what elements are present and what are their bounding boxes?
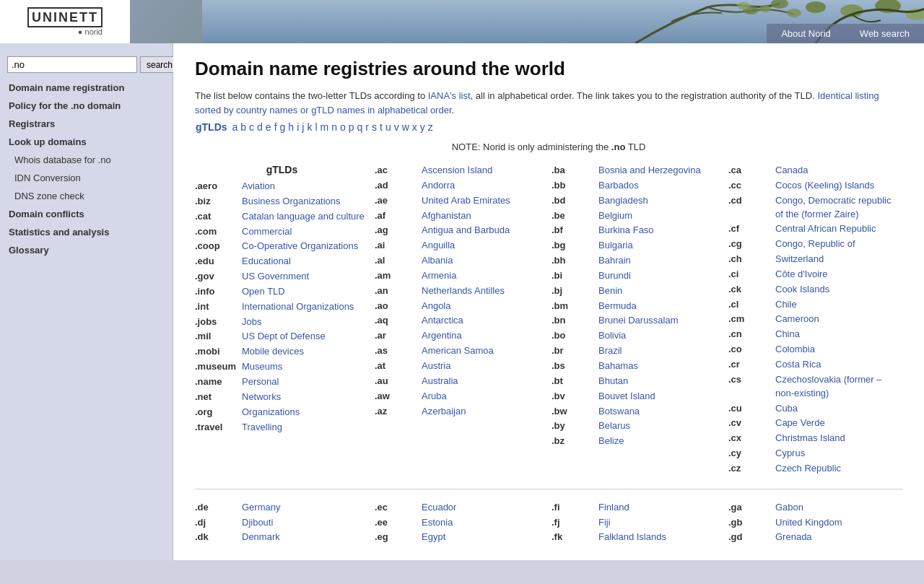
tld-name[interactable]: Personal: [242, 375, 279, 389]
tld-name[interactable]: Bermuda: [598, 300, 637, 313]
tld-name[interactable]: Congo, Democratic republic of the (forme…: [775, 194, 899, 222]
tld-name[interactable]: Bahamas: [598, 359, 638, 373]
tld-name[interactable]: Organizations: [242, 406, 300, 419]
alpha-letter-f[interactable]: f: [274, 121, 277, 133]
alpha-letter-c[interactable]: c: [249, 121, 254, 133]
tld-name[interactable]: Aruba: [422, 390, 447, 404]
tld-name[interactable]: Canada: [775, 164, 808, 178]
tld-name[interactable]: Belarus: [598, 419, 630, 433]
tld-name[interactable]: Bouvet Island: [598, 390, 655, 404]
tld-name[interactable]: US Government: [242, 270, 309, 284]
tld-name[interactable]: Bulgaria: [598, 239, 633, 253]
sidebar-item-dns[interactable]: DNS zone check: [0, 187, 173, 205]
tld-name[interactable]: Chile: [775, 298, 797, 312]
tld-name[interactable]: Belgium: [598, 209, 632, 223]
alpha-gtlds[interactable]: gTLDs: [196, 121, 227, 133]
tld-name[interactable]: United Kingdom: [775, 516, 842, 530]
tld-name[interactable]: Mobile devices: [242, 345, 304, 359]
tld-name[interactable]: Bangladesh: [598, 194, 648, 208]
tld-name[interactable]: Angola: [422, 300, 450, 313]
alpha-letter-v[interactable]: v: [394, 121, 399, 133]
tld-name[interactable]: Business Organizations: [242, 195, 341, 209]
alpha-letter-n[interactable]: n: [331, 121, 337, 133]
tld-name[interactable]: Czech Republic: [775, 462, 841, 476]
tld-name[interactable]: Belize: [598, 435, 624, 448]
tld-name[interactable]: Botswana: [598, 405, 640, 419]
alpha-letter-s[interactable]: s: [372, 121, 377, 133]
tld-name[interactable]: Christmas Island: [775, 432, 845, 445]
tld-name[interactable]: Cocos (Keeling) Islands: [775, 179, 874, 193]
alpha-letter-j[interactable]: j: [302, 121, 304, 133]
sidebar-item-whois[interactable]: Whois database for .no: [0, 151, 173, 169]
tld-name[interactable]: Estonia: [422, 516, 453, 530]
tld-name[interactable]: Gabon: [775, 501, 803, 515]
alpha-letter-e[interactable]: e: [266, 121, 271, 133]
tld-name[interactable]: Burkina Faso: [598, 224, 654, 237]
sidebar-item-conflicts[interactable]: Domain conflicts: [0, 205, 173, 223]
sidebar-item-policy[interactable]: Policy for the .no domain: [0, 97, 173, 115]
tld-name[interactable]: Cook Islands: [775, 283, 829, 297]
alpha-letter-p[interactable]: p: [349, 121, 354, 133]
alpha-letter-k[interactable]: k: [307, 121, 312, 133]
tld-name[interactable]: United Arab Emirates: [422, 194, 510, 208]
tld-name[interactable]: Benin: [598, 284, 622, 298]
tld-name[interactable]: US Dept of Defense: [242, 330, 326, 344]
alpha-letter-g[interactable]: g: [280, 121, 286, 133]
tld-name[interactable]: Bolivia: [598, 329, 626, 343]
tld-name[interactable]: Antarctica: [422, 314, 463, 328]
tld-name[interactable]: Argentina: [422, 329, 462, 343]
sidebar-item-idn[interactable]: IDN Conversion: [0, 169, 173, 187]
tld-name[interactable]: Falkland Islands: [598, 531, 666, 544]
tld-name[interactable]: Austria: [422, 359, 450, 373]
tld-name[interactable]: Côte d'Ivoire: [775, 268, 828, 282]
alpha-letter-b[interactable]: b: [240, 121, 246, 133]
tld-name[interactable]: Anguilla: [422, 239, 455, 253]
tld-name[interactable]: Bahrain: [598, 254, 631, 268]
tld-name[interactable]: Cyprus: [775, 447, 805, 461]
tld-name[interactable]: Barbados: [598, 179, 639, 193]
tld-name[interactable]: Bosnia and Herzegovina: [598, 164, 701, 178]
alpha-letter-y[interactable]: y: [420, 121, 425, 133]
alpha-letter-z[interactable]: z: [428, 121, 433, 133]
tld-name[interactable]: Brunei Darussalam: [598, 314, 679, 328]
sidebar-item-lookup[interactable]: Look up domains: [0, 133, 173, 151]
tld-name[interactable]: Djibouti: [242, 516, 273, 530]
alpha-letter-a[interactable]: a: [232, 121, 237, 133]
alpha-letter-w[interactable]: w: [402, 121, 409, 133]
tld-name[interactable]: Ecuador: [422, 501, 456, 515]
tld-name[interactable]: Netherlands Antilles: [422, 284, 505, 298]
tld-name[interactable]: Cameroon: [775, 313, 819, 326]
search-input[interactable]: [7, 56, 137, 73]
tld-name[interactable]: Grenada: [775, 531, 812, 544]
sidebar-item-glossary[interactable]: Glossary: [0, 241, 173, 259]
tld-name[interactable]: Catalan language and culture: [242, 210, 365, 224]
tld-name[interactable]: Azerbaijan: [422, 405, 466, 419]
alpha-letter-l[interactable]: l: [315, 121, 317, 133]
tld-name[interactable]: Afghanistan: [422, 209, 471, 223]
alpha-letter-d[interactable]: d: [257, 121, 263, 133]
tld-name[interactable]: Colombia: [775, 343, 815, 357]
tld-name[interactable]: Antigua and Barbuda: [422, 224, 510, 237]
tld-name[interactable]: Armenia: [422, 269, 456, 283]
tld-name[interactable]: Finland: [598, 501, 629, 515]
alpha-letter-r[interactable]: r: [365, 121, 369, 133]
tld-name[interactable]: American Samoa: [422, 344, 494, 358]
tld-name[interactable]: Bhutan: [598, 375, 628, 388]
tld-name[interactable]: Australia: [422, 375, 458, 388]
tld-name[interactable]: Commercial: [242, 225, 292, 239]
alpha-letter-o[interactable]: o: [340, 121, 346, 133]
tld-name[interactable]: Costa Rica: [775, 358, 821, 372]
tld-name[interactable]: Burundi: [598, 269, 631, 283]
tld-name[interactable]: Open TLD: [242, 285, 285, 299]
sidebar-item-domain-reg[interactable]: Domain name registration: [0, 79, 173, 97]
alpha-letter-i[interactable]: i: [297, 121, 299, 133]
tld-name[interactable]: Congo, Republic of: [775, 237, 855, 251]
tld-name[interactable]: Museums: [242, 360, 282, 374]
tld-name[interactable]: Aviation: [242, 180, 275, 193]
tld-name[interactable]: Egypt: [422, 531, 445, 544]
tld-name[interactable]: Cuba: [775, 402, 798, 416]
tld-name[interactable]: Educational: [242, 255, 291, 269]
about-norid-link[interactable]: About Norid: [767, 24, 845, 43]
tld-name[interactable]: Travelling: [242, 421, 282, 435]
tld-name[interactable]: Brazil: [598, 344, 622, 358]
